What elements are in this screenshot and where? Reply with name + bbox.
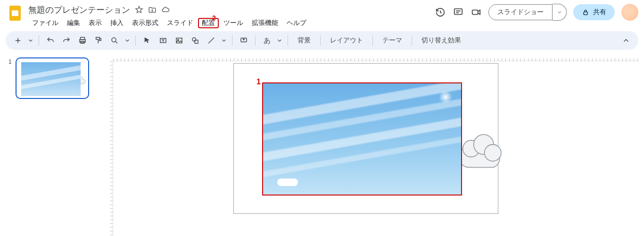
toolbar-separator xyxy=(232,35,232,46)
toolbar-separator xyxy=(372,35,373,46)
lock-icon xyxy=(582,8,589,16)
menu-format[interactable]: 表示形式 xyxy=(128,18,162,28)
menu-extensions[interactable]: 拡張機能 xyxy=(248,18,282,28)
theme-button[interactable]: テーマ xyxy=(378,34,407,47)
svg-rect-3 xyxy=(472,10,478,14)
new-slide-button[interactable] xyxy=(11,34,25,47)
share-label: 共有 xyxy=(593,8,606,16)
annotation-number-1: 1 xyxy=(256,78,261,86)
zoom-button[interactable] xyxy=(108,34,121,47)
menu-edit[interactable]: 編集 xyxy=(63,18,84,28)
slide-canvas[interactable]: 1 xyxy=(233,63,498,214)
paint-format-button[interactable] xyxy=(92,34,105,47)
redo-button[interactable] xyxy=(60,34,73,47)
history-icon[interactable] xyxy=(435,7,446,18)
layout-button[interactable]: レイアウト xyxy=(325,34,368,47)
select-tool[interactable] xyxy=(140,34,154,47)
title-block: 無題のプレゼンテーション ファイル 編集 表示 挿入 表示形式 スライド 2 配… xyxy=(28,4,435,29)
zoom-dropdown[interactable] xyxy=(124,34,131,47)
present-camera-icon[interactable] xyxy=(471,7,482,18)
slideshow-dropdown[interactable] xyxy=(553,4,567,21)
main-area: 1 1 xyxy=(0,53,644,236)
input-method-dropdown[interactable] xyxy=(276,34,283,47)
menu-view[interactable]: 表示 xyxy=(85,18,106,28)
toolbar-separator xyxy=(412,35,412,46)
toolbar-separator xyxy=(288,35,288,46)
thumbnail-number: 1 xyxy=(8,58,12,65)
svg-rect-8 xyxy=(96,37,100,40)
slide-thumbnail-1[interactable] xyxy=(16,57,89,99)
header: 無題のプレゼンテーション ファイル 編集 表示 挿入 表示形式 スライド 2 配… xyxy=(0,0,644,28)
cloud-status-icon[interactable] xyxy=(161,6,170,14)
menu-help[interactable]: ヘルプ xyxy=(283,18,310,28)
svg-point-18 xyxy=(485,145,501,161)
star-icon[interactable] xyxy=(135,6,143,14)
menu-insert[interactable]: 挿入 xyxy=(107,18,127,28)
new-slide-dropdown[interactable] xyxy=(27,34,34,47)
svg-point-13 xyxy=(192,38,196,41)
slide-thumbnail-panel: 1 xyxy=(0,53,99,236)
line-tool[interactable] xyxy=(205,34,218,47)
header-right: スライドショー 共有 xyxy=(435,4,638,21)
comment-button[interactable] xyxy=(237,34,250,47)
svg-rect-11 xyxy=(176,38,182,43)
move-folder-icon[interactable] xyxy=(148,6,157,14)
cloud-shape[interactable] xyxy=(454,125,504,177)
document-title[interactable]: 無題のプレゼンテーション xyxy=(28,4,130,16)
thumbnail-sky-image xyxy=(21,62,81,96)
menu-slide[interactable]: スライド xyxy=(163,18,197,28)
background-button[interactable]: 背景 xyxy=(293,34,315,47)
toolbar-separator xyxy=(255,35,256,46)
sky-image[interactable] xyxy=(263,83,461,195)
account-avatar[interactable] xyxy=(621,4,638,21)
slide-canvas-wrap: 1 xyxy=(99,53,644,236)
menu-file[interactable]: ファイル xyxy=(28,18,62,28)
share-button[interactable]: 共有 xyxy=(573,4,615,20)
svg-point-9 xyxy=(112,38,116,42)
menu-bar: ファイル 編集 表示 挿入 表示形式 スライド 2 配置 ツール 拡張機能 ヘル… xyxy=(28,17,435,29)
menu-tools[interactable]: ツール xyxy=(220,18,247,28)
shape-tool[interactable] xyxy=(189,34,202,47)
undo-button[interactable] xyxy=(44,34,57,47)
svg-rect-2 xyxy=(454,9,462,15)
comments-icon[interactable] xyxy=(453,7,464,18)
input-method-button[interactable]: あ xyxy=(260,34,273,47)
print-button[interactable] xyxy=(76,34,89,47)
collapse-toolbar-button[interactable] xyxy=(619,34,633,47)
line-dropdown[interactable] xyxy=(221,34,227,47)
horizontal-ruler[interactable] xyxy=(113,53,639,61)
toolbar-separator xyxy=(39,35,39,46)
toolbar-separator xyxy=(135,35,136,46)
textbox-tool[interactable] xyxy=(157,34,170,47)
vertical-ruler[interactable] xyxy=(105,61,113,236)
image-tool[interactable] xyxy=(173,34,186,47)
transition-button[interactable]: 切り替え効果 xyxy=(417,34,466,47)
svg-rect-1 xyxy=(12,10,18,16)
toolbar: あ 背景 レイアウト テーマ 切り替え効果 xyxy=(6,31,638,50)
slideshow-button[interactable]: スライドショー xyxy=(488,4,553,20)
slideshow-button-group: スライドショー xyxy=(488,4,567,21)
annotation-number-2: 2 xyxy=(212,14,216,22)
toolbar-separator xyxy=(320,35,321,46)
svg-rect-4 xyxy=(584,12,587,15)
slides-app-icon[interactable] xyxy=(6,4,25,23)
